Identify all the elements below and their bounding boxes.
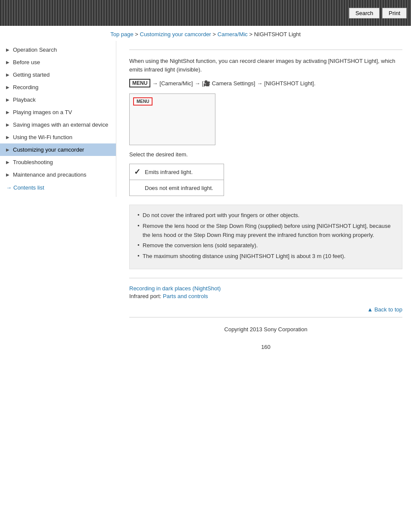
sidebar-label: Playback bbox=[13, 96, 112, 103]
related-link-1-row: Recording in dark places (NightShot) bbox=[129, 285, 402, 292]
sidebar-item-saving-images[interactable]: ▶ Saving images with an external device bbox=[0, 118, 116, 131]
contents-list-link[interactable]: Contents list bbox=[0, 181, 116, 194]
sidebar-label: Operation Search bbox=[13, 47, 112, 53]
infrared-prefix: Infrared port: bbox=[129, 293, 163, 299]
sidebar-label: Getting started bbox=[13, 72, 112, 78]
sidebar-item-recording[interactable]: ▶ Recording bbox=[0, 81, 116, 93]
header: Search Print bbox=[0, 0, 411, 26]
sidebar-label: Recording bbox=[13, 84, 112, 90]
sidebar-label: Using the Wi-Fi function bbox=[13, 134, 112, 140]
sidebar-item-operation-search[interactable]: ▶ Operation Search bbox=[0, 44, 116, 56]
breadcrumb: Top page > Customizing your camcorder > … bbox=[0, 26, 411, 41]
arrow-icon: ▶ bbox=[6, 47, 10, 52]
breadcrumb-camera-mic[interactable]: Camera/Mic bbox=[218, 31, 248, 37]
sidebar-item-playback[interactable]: ▶ Playback bbox=[0, 93, 116, 106]
sidebar-item-getting-started[interactable]: ▶ Getting started bbox=[0, 68, 116, 81]
arrow-icon: ▶ bbox=[6, 135, 10, 140]
arrow-icon: ▶ bbox=[6, 72, 10, 77]
related-links: Recording in dark places (NightShot) Inf… bbox=[129, 285, 402, 299]
related-link-2-row: Infrared port: Parts and controls bbox=[129, 293, 402, 299]
back-to-top-link[interactable]: Back to top bbox=[374, 306, 402, 313]
arrow-icon: ▶ bbox=[6, 172, 10, 177]
note-item-3: Remove the conversion lens (sold separat… bbox=[137, 241, 394, 250]
related-link-2[interactable]: Parts and controls bbox=[163, 293, 208, 299]
arrow-icon: ▶ bbox=[6, 147, 10, 152]
arrow-icon: ▶ bbox=[6, 85, 10, 90]
note-item-2: Remove the lens hood or the Step Down Ri… bbox=[137, 222, 394, 240]
top-rule bbox=[129, 50, 402, 50]
options-table: ✓ Emits infrared light. ✓ Does not emit … bbox=[129, 164, 224, 196]
menu-path: MENU → [Camera/Mic] → [🎥 Camera Settings… bbox=[129, 79, 402, 87]
sidebar-label: Troubleshooting bbox=[13, 159, 112, 165]
arrow-icon: ▶ bbox=[6, 160, 10, 165]
main-layout: ▶ Operation Search ▶ Before use ▶ Gettin… bbox=[0, 41, 411, 363]
related-link-1[interactable]: Recording in dark places (NightShot) bbox=[129, 285, 221, 292]
select-text: Select the desired item. bbox=[129, 151, 402, 158]
intro-text: When using the NightShot function, you c… bbox=[129, 57, 402, 74]
arrow-icon: ▶ bbox=[6, 110, 10, 115]
notes-list: Do not cover the infrared port with your… bbox=[137, 211, 394, 261]
option-label-1: Emits infrared light. bbox=[145, 169, 193, 175]
sidebar-item-troubleshooting[interactable]: ▶ Troubleshooting bbox=[0, 156, 116, 168]
sidebar-item-wifi[interactable]: ▶ Using the Wi-Fi function bbox=[0, 131, 116, 143]
bottom-rule bbox=[129, 278, 402, 278]
arrow-icon: ▶ bbox=[6, 60, 10, 65]
footer-rule bbox=[129, 317, 402, 317]
sidebar: ▶ Operation Search ▶ Before use ▶ Gettin… bbox=[0, 41, 116, 197]
note-item-4: The maximum shooting distance using [NIG… bbox=[137, 252, 394, 261]
sidebar-label: Saving images with an external device bbox=[13, 121, 112, 128]
page-number: 160 bbox=[129, 335, 402, 355]
option-row-1: ✓ Emits infrared light. bbox=[130, 164, 224, 180]
option-row-2: ✓ Does not emit infrared light. bbox=[130, 180, 224, 196]
content-area: When using the NightShot function, you c… bbox=[116, 41, 411, 363]
sidebar-label: Maintenance and precautions bbox=[13, 171, 112, 178]
menu-indicator: MENU bbox=[133, 97, 153, 106]
option-label-2: Does not emit infrared light. bbox=[145, 185, 213, 191]
print-button[interactable]: Print bbox=[382, 8, 407, 19]
footer: Copyright 2013 Sony Corporation bbox=[129, 322, 402, 335]
note-item-1: Do not cover the infrared port with your… bbox=[137, 211, 394, 220]
sidebar-label: Customizing your camcorder bbox=[13, 146, 112, 153]
menu-box: MENU bbox=[129, 79, 150, 87]
sidebar-label: Playing images on a TV bbox=[13, 109, 112, 115]
sidebar-item-playing-images-tv[interactable]: ▶ Playing images on a TV bbox=[0, 106, 116, 118]
arrow-icon: ▶ bbox=[6, 97, 10, 102]
sidebar-item-before-use[interactable]: ▶ Before use bbox=[0, 56, 116, 68]
search-button[interactable]: Search bbox=[349, 8, 380, 19]
breadcrumb-nightshot: NIGHTSHOT Light bbox=[254, 31, 301, 37]
breadcrumb-customizing[interactable]: Customizing your camcorder bbox=[140, 31, 211, 37]
back-to-top: Back to top bbox=[129, 306, 402, 313]
breadcrumb-top[interactable]: Top page bbox=[110, 31, 134, 37]
checkmark-icon: ✓ bbox=[134, 167, 140, 177]
camera-mockup: MENU bbox=[129, 93, 215, 145]
sidebar-item-customizing[interactable]: ▶ Customizing your camcorder bbox=[0, 143, 116, 156]
sidebar-item-maintenance[interactable]: ▶ Maintenance and precautions bbox=[0, 168, 116, 181]
notes-box: Do not cover the infrared port with your… bbox=[129, 205, 402, 269]
sidebar-label: Before use bbox=[13, 59, 112, 65]
arrow-icon: ▶ bbox=[6, 122, 10, 127]
